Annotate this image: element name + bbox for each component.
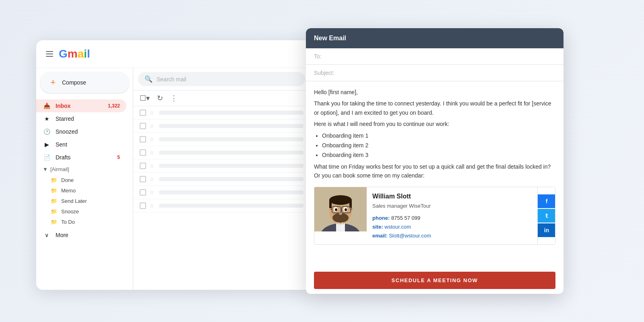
table-row[interactable]: ☆ xyxy=(133,186,310,199)
table-row[interactable]: ☆ xyxy=(133,159,310,173)
email-preview-bar xyxy=(159,177,303,181)
body-greeting: Hello [first name], xyxy=(314,88,555,97)
table-row[interactable]: ☆ xyxy=(133,120,310,133)
table-row[interactable]: ☆ xyxy=(133,106,310,120)
email-preview-bar xyxy=(159,151,303,155)
sig-email-row: email: Slott@wstour.com xyxy=(372,231,532,240)
subject-field-row[interactable]: Subject: xyxy=(306,65,564,81)
compose-window-header: New Email xyxy=(306,28,564,48)
row-star[interactable]: ☆ xyxy=(149,109,156,116)
email-list: 🔍 Search mail ☐▾ ↻ ⋮ ☆ ☆ xyxy=(133,68,310,290)
gmail-body: Compose 📥 Inbox 1,322 ★ Starred 🕐 Snooze… xyxy=(36,68,310,290)
refresh-button[interactable]: ↻ xyxy=(157,94,163,103)
row-checkbox[interactable] xyxy=(140,176,146,182)
sidebar-item-inbox[interactable]: 📥 Inbox 1,322 xyxy=(36,99,126,112)
sidebar-item-sent[interactable]: ▶ Sent xyxy=(36,138,126,151)
row-checkbox[interactable] xyxy=(140,189,146,196)
schedule-meeting-button[interactable]: SCHEDULE A MEETING NOW xyxy=(314,272,555,289)
table-row[interactable]: ☆ xyxy=(133,199,310,213)
onboarding-list: Onboarding item 1 Onboarding item 2 Onbo… xyxy=(322,131,555,160)
sent-icon: ▶ xyxy=(43,140,51,149)
row-star[interactable]: ☆ xyxy=(149,123,156,129)
email-preview-bar xyxy=(159,190,303,194)
sendlater-label: Send Later xyxy=(61,198,87,204)
twitter-button[interactable]: 𝕥 xyxy=(538,209,555,223)
list-item: Onboarding item 2 xyxy=(322,141,555,150)
sidebar-item-memo[interactable]: 📁 Memo xyxy=(36,185,126,196)
folder-icon-todo: 📁 xyxy=(51,219,57,225)
row-checkbox[interactable] xyxy=(140,202,146,209)
folder-icon-snooze: 📁 xyxy=(51,208,57,215)
sig-name: William Slott xyxy=(372,191,532,202)
sidebar-item-more[interactable]: ∨ More xyxy=(36,229,126,242)
sidebar-item-done[interactable]: 📁 Done xyxy=(36,175,126,185)
snoozed-icon: 🕐 xyxy=(43,128,51,136)
svg-point-5 xyxy=(329,195,352,205)
gmail-sidebar: Compose 📥 Inbox 1,322 ★ Starred 🕐 Snooze… xyxy=(36,68,133,290)
body-line2: Here is what I will need from you to con… xyxy=(314,120,555,128)
memo-label: Memo xyxy=(61,188,76,194)
signature-info: William Slott Sales manager WiseTour pho… xyxy=(367,187,537,245)
airmail-label: [Airmail] xyxy=(50,166,69,172)
sig-phone-value: 8755 57 099 xyxy=(391,215,420,221)
sig-site-link[interactable]: wstour.com xyxy=(384,224,411,230)
inbox-label: Inbox xyxy=(56,103,70,109)
snoozed-label: Snoozed xyxy=(56,128,78,135)
sidebar-item-sendlater[interactable]: 📁 Send Later xyxy=(36,196,126,206)
sidebar-item-todo[interactable]: 📁 To Do xyxy=(36,217,126,227)
folder-icon-memo: 📁 xyxy=(51,187,57,194)
compose-window-title: New Email xyxy=(314,35,346,41)
more-icon: ∨ xyxy=(43,231,51,239)
row-star[interactable]: ☆ xyxy=(149,189,156,196)
row-checkbox[interactable] xyxy=(140,123,146,129)
compose-button[interactable]: Compose xyxy=(40,72,129,93)
search-placeholder: Search mail xyxy=(157,76,186,83)
email-preview-bar xyxy=(159,164,303,168)
table-row[interactable]: ☆ xyxy=(133,133,310,146)
row-star[interactable]: ☆ xyxy=(149,136,156,142)
compose-plus-icon xyxy=(48,78,58,87)
table-row[interactable]: ☆ xyxy=(133,173,310,186)
subject-label: Subject: xyxy=(314,70,334,76)
linkedin-icon: in xyxy=(544,226,549,235)
gmail-header: Gmail xyxy=(36,40,310,68)
sidebar-item-snooze[interactable]: 📁 Snooze xyxy=(36,206,126,217)
row-checkbox[interactable] xyxy=(140,109,146,116)
facebook-icon: f xyxy=(546,197,548,206)
table-row[interactable]: ☆ xyxy=(133,146,310,159)
linkedin-button[interactable]: in xyxy=(538,223,555,237)
more-options-button[interactable]: ⋮ xyxy=(170,94,178,103)
sig-contact: phone: 8755 57 099 site: wstour.com emai… xyxy=(372,214,532,240)
starred-label: Starred xyxy=(56,116,74,122)
sidebar-item-snoozed[interactable]: 🕐 Snoozed xyxy=(36,125,126,138)
compose-body[interactable]: Hello [first name], Thank you for taking… xyxy=(306,81,564,267)
search-bar[interactable]: 🔍 Search mail xyxy=(138,72,305,86)
row-star[interactable]: ☆ xyxy=(149,202,156,209)
row-star[interactable]: ☆ xyxy=(149,163,156,169)
drafts-badge: 5 xyxy=(117,155,120,160)
email-list-toolbar: ☐▾ ↻ ⋮ xyxy=(133,91,310,106)
starred-icon: ★ xyxy=(43,115,51,123)
signature-avatar xyxy=(314,187,367,231)
facebook-button[interactable]: f xyxy=(538,194,555,208)
sig-title: Sales manager WiseTour xyxy=(372,202,532,211)
inbox-icon: 📥 xyxy=(43,102,51,110)
sig-site-label: site: xyxy=(372,224,383,230)
row-checkbox[interactable] xyxy=(140,163,146,169)
airmail-section: ▼ [Airmail] xyxy=(36,164,133,175)
email-preview-bar xyxy=(159,137,303,141)
sidebar-item-starred[interactable]: ★ Starred xyxy=(36,112,126,125)
to-field-row[interactable]: To: xyxy=(306,48,564,65)
sig-email-link[interactable]: Slott@wstour.com xyxy=(389,233,431,239)
sidebar-item-drafts[interactable]: 📄 Drafts 5 xyxy=(36,151,126,164)
hamburger-menu[interactable] xyxy=(44,50,55,58)
inbox-badge: 1,322 xyxy=(108,103,120,109)
svg-rect-6 xyxy=(329,200,332,208)
row-checkbox[interactable] xyxy=(140,136,146,142)
row-checkbox[interactable] xyxy=(140,149,146,156)
row-star[interactable]: ☆ xyxy=(149,176,156,182)
twitter-icon: 𝕥 xyxy=(545,211,548,220)
row-star[interactable]: ☆ xyxy=(149,149,156,156)
svg-point-18 xyxy=(339,213,342,215)
select-all-checkbox[interactable]: ☐▾ xyxy=(140,94,150,103)
